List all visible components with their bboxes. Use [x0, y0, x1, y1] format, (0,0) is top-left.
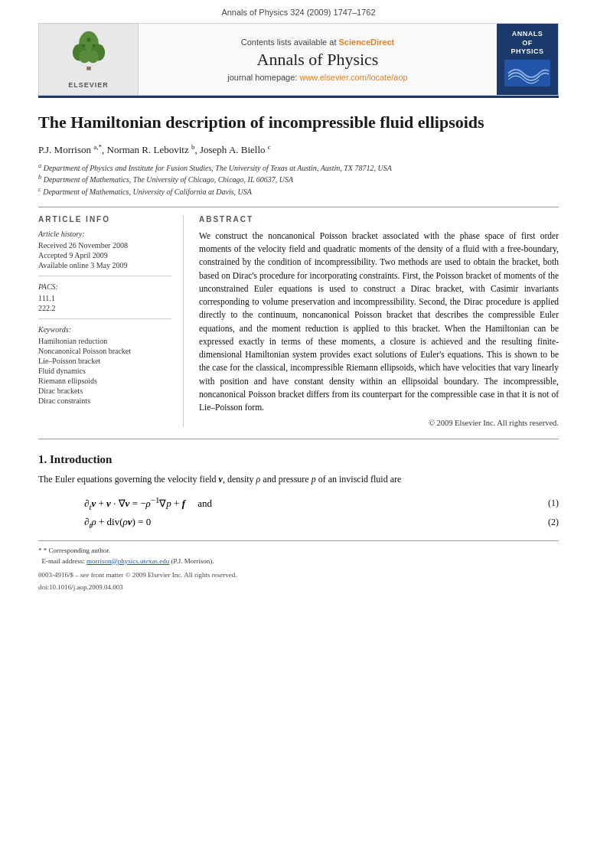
journal-header: ELSEVIER Contents lists available at Sci… — [38, 23, 559, 96]
info-divider-1 — [38, 276, 171, 276]
keyword-7: Dirac constraints — [38, 396, 171, 405]
equation-row-1: ∂tv + v · ∇v = −ρ−1∇p + f and (1) — [38, 495, 559, 511]
affiliation-a: a Department of Physics and Institute fo… — [38, 162, 559, 172]
info-abstract-section: ARTICLE INFO Article history: Received 2… — [38, 215, 559, 428]
svg-point-8 — [82, 44, 85, 47]
keywords-label: Keywords: — [38, 325, 171, 334]
article-info-col: ARTICLE INFO Article history: Received 2… — [38, 215, 184, 428]
section-divider-mid — [38, 439, 559, 439]
abstract-col: ABSTRACT We construct the noncanonical P… — [199, 215, 559, 428]
authors-line: P.J. Morrison a,*, Norman R. Lebovitz b,… — [38, 143, 559, 156]
pacs-value-1: 111.1 — [38, 294, 171, 302]
article-info-header: ARTICLE INFO — [38, 215, 171, 224]
annals-wave-icon — [504, 60, 550, 86]
intro-body-text: The Euler equations governing the veloci… — [38, 472, 559, 487]
equation-1-number: (1) — [536, 498, 559, 509]
article-title: The Hamiltonian description of incompres… — [38, 112, 559, 134]
equations-block: ∂tv + v · ∇v = −ρ−1∇p + f and (1) ∂tρ + … — [38, 495, 559, 530]
pacs-value-2: 222.2 — [38, 304, 171, 312]
science-direct-line: Contents lists available at ScienceDirec… — [241, 38, 395, 47]
keyword-5: Riemann ellipsoids — [38, 377, 171, 385]
doi-line: doi:10.1016/j.aop.2009.04.003 — [38, 583, 559, 591]
affiliation-b: b Department of Mathematics, The Univers… — [38, 174, 559, 184]
journal-homepage-link[interactable]: www.elsevier.com/locate/aop — [299, 73, 407, 82]
available-date: Available online 3 May 2009 — [38, 261, 171, 269]
citation-line: Annals of Physics 324 (2009) 1747–1762 — [38, 0, 559, 23]
keyword-4: Fluid dynamics — [38, 367, 171, 375]
abstract-header: ABSTRACT — [199, 215, 559, 224]
elsevier-logo-section: ELSEVIER — [39, 24, 139, 95]
affiliations: a Department of Physics and Institute fo… — [38, 162, 559, 196]
issn-line: 0003-4916/$ – see front matter © 2009 El… — [38, 571, 559, 579]
equation-2-number: (2) — [536, 517, 559, 528]
corresponding-author-note: * * Corresponding author. — [38, 546, 559, 556]
equation-2-content: ∂tρ + div(ρv) = 0 — [38, 516, 536, 530]
accepted-date: Accepted 9 April 2009 — [38, 251, 171, 259]
svg-point-6 — [87, 51, 99, 64]
science-direct-link[interactable]: ScienceDirect — [339, 38, 395, 47]
section-divider-top — [38, 207, 559, 207]
journal-homepage-line: journal homepage: www.elsevier.com/locat… — [227, 73, 407, 82]
footnotes-section: * * Corresponding author. E-mail address… — [38, 540, 559, 591]
email-link[interactable]: morrison@physics.utexas.edu — [86, 557, 169, 565]
journal-title-banner: Annals of Physics — [257, 50, 379, 70]
history-label: Article history: — [38, 230, 171, 238]
copyright-line: © 2009 Elsevier Inc. All rights reserved… — [199, 419, 559, 427]
equation-row-2: ∂tρ + div(ρv) = 0 (2) — [38, 516, 559, 530]
annals-badge-title: ANNALS OF PHYSICS — [504, 30, 550, 57]
svg-point-9 — [92, 44, 95, 47]
elsevier-text: ELSEVIER — [62, 81, 116, 89]
journal-header-center: Contents lists available at ScienceDirec… — [139, 24, 497, 95]
affiliation-c: c Department of Mathematics, University … — [38, 186, 559, 196]
info-divider-2 — [38, 318, 171, 319]
elsevier-tree-icon — [62, 30, 116, 76]
annals-badge: ANNALS OF PHYSICS — [497, 24, 558, 95]
header-divider — [38, 96, 559, 98]
abstract-text: We construct the noncanonical Poisson br… — [199, 230, 559, 415]
keyword-1: Hamiltonian reduction — [38, 337, 171, 345]
introduction-title: 1. Introduction — [38, 453, 559, 466]
received-date: Received 26 November 2008 — [38, 241, 171, 250]
equation-1-content: ∂tv + v · ∇v = −ρ−1∇p + f and — [38, 495, 536, 511]
email-note: E-mail address: morrison@physics.utexas.… — [38, 556, 559, 567]
keyword-3: Lie–Poisson bracket — [38, 357, 171, 365]
pacs-label: PACS: — [38, 282, 171, 291]
svg-point-7 — [86, 38, 91, 42]
keyword-2: Noncanonical Poisson bracket — [38, 347, 171, 355]
keyword-6: Dirac brackets — [38, 387, 171, 395]
